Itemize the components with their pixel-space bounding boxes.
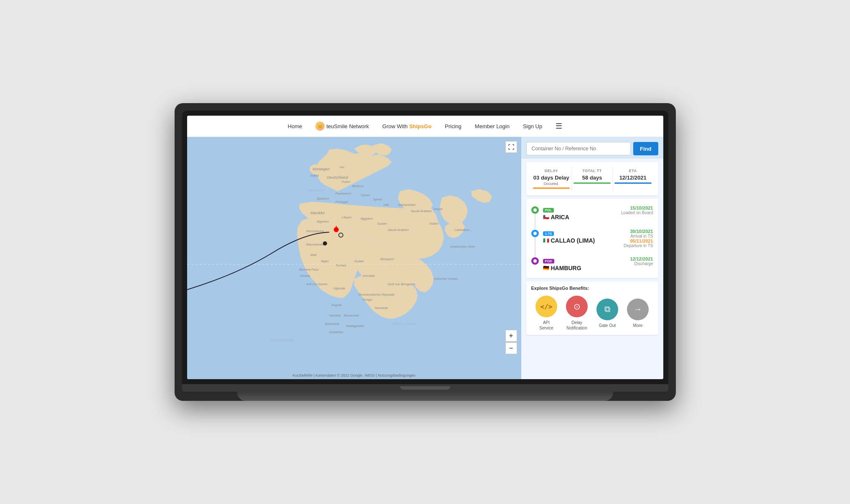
svg-text:Saudi-Arabien: Saudi-Arabien bbox=[388, 228, 409, 232]
svg-text:Norwegen: Norwegen bbox=[312, 167, 330, 171]
ts-flag: 🇮🇹 bbox=[543, 238, 549, 243]
ts-badge: 1.TS bbox=[543, 231, 554, 236]
svg-text:Lakkadive...: Lakkadive... bbox=[454, 228, 472, 232]
route-item-ts: 1.TS 🇮🇹 CALLAO (LIMA) 30/10/2021 Arrival… bbox=[531, 225, 653, 252]
svg-text:Südatlantik: Südatlantik bbox=[271, 337, 294, 342]
svg-text:Saudi-Arabien: Saudi-Arabien bbox=[411, 209, 432, 213]
svg-text:Kongo: Kongo bbox=[363, 298, 373, 301]
svg-text:Deutschland: Deutschland bbox=[327, 175, 348, 180]
svg-text:Syrien: Syrien bbox=[373, 198, 383, 201]
route-dot-pod bbox=[531, 257, 539, 265]
ts-status1: Arrival in TS bbox=[624, 234, 653, 238]
route-timeline: POL 🇨🇱 ARICA 15/10/2021 Loaded on Board bbox=[526, 199, 658, 278]
nav-pricing[interactable]: Pricing bbox=[445, 123, 462, 129]
find-button[interactable]: Find bbox=[633, 142, 658, 155]
pol-date1: 15/10/2021 bbox=[621, 205, 653, 210]
svg-text:Sudan: Sudan bbox=[377, 222, 387, 225]
svg-text:Libyen: Libyen bbox=[342, 215, 352, 219]
laptop-stand bbox=[237, 392, 613, 401]
zoom-in-button[interactable]: + bbox=[505, 330, 517, 342]
svg-text:Indien: Indien bbox=[429, 222, 439, 225]
explore-more[interactable]: → More bbox=[627, 299, 649, 328]
route-dot-pol bbox=[531, 206, 539, 214]
zoom-out-button[interactable]: − bbox=[505, 342, 517, 354]
delay-value: 03 days Delay bbox=[533, 175, 570, 181]
svg-text:Madagaskar: Madagaskar bbox=[346, 324, 364, 328]
explore-icons: </> APIService ⊙ DelayNotification bbox=[531, 296, 653, 331]
total-tt-bar bbox=[573, 182, 611, 184]
svg-text:Äthiopien: Äthiopien bbox=[380, 257, 394, 261]
explore-api[interactable]: </> APIService bbox=[535, 296, 557, 331]
navigation: Home 😊 teuSmile Network Grow With ShipsG… bbox=[187, 116, 663, 137]
route-info-pod: POD 🇩🇪 HAMBURG bbox=[543, 256, 630, 271]
eta-value: 12/12/2021 bbox=[614, 175, 652, 181]
svg-text:Indisch. Ozean: Indisch. Ozean bbox=[391, 322, 416, 326]
svg-text:Sambia: Sambia bbox=[329, 314, 341, 317]
route-item-pod: POD 🇩🇪 HAMBURG 12/12/2021 Discharge bbox=[531, 252, 653, 276]
nav-network[interactable]: 😊 teuSmile Network bbox=[315, 122, 369, 131]
svg-text:Tschad: Tschad bbox=[335, 263, 346, 267]
svg-text:Polen: Polen bbox=[342, 180, 350, 184]
pod-badge: POD bbox=[543, 259, 554, 263]
svg-text:Belarus: Belarus bbox=[352, 184, 363, 188]
ts-date2: 05/11/2021 bbox=[624, 238, 653, 243]
svg-text:Afghanistan: Afghanistan bbox=[398, 203, 416, 207]
hamburger-icon[interactable]: ☰ bbox=[556, 122, 562, 131]
eta-stat: ETA 12/12/2021 bbox=[613, 166, 653, 191]
svg-text:Westsahara: Westsahara bbox=[306, 229, 324, 233]
svg-text:Mali: Mali bbox=[310, 253, 317, 257]
svg-text:Nepal: Nepal bbox=[434, 207, 442, 211]
search-input[interactable] bbox=[526, 142, 631, 155]
map-container: Norwegen Fin Deutschland Irland Polen Be… bbox=[187, 137, 521, 379]
svg-text:Mauretanien: Mauretanien bbox=[306, 243, 325, 246]
pod-flag: 🇩🇪 bbox=[543, 265, 549, 271]
delay-bar bbox=[533, 187, 570, 189]
svg-text:Indischer Ozean: Indischer Ozean bbox=[434, 277, 458, 281]
svg-text:Angola: Angola bbox=[331, 303, 342, 307]
delay-notification-icon: ⊙ bbox=[573, 301, 581, 312]
nav-grow[interactable]: Grow With ShipsGo bbox=[382, 123, 431, 129]
delay-label-explore: DelayNotification bbox=[566, 320, 587, 331]
pol-city: 🇨🇱 ARICA bbox=[543, 214, 621, 220]
gate-out-icon: ⧉ bbox=[604, 304, 610, 314]
svg-text:Sudan: Sudan bbox=[354, 259, 364, 263]
svg-text:Golf von Guinea: Golf von Guinea bbox=[306, 283, 327, 286]
api-label: APIService bbox=[539, 320, 553, 331]
fullscreen-button[interactable] bbox=[505, 141, 517, 153]
svg-text:Ghana: Ghana bbox=[300, 274, 310, 278]
screen: Home 😊 teuSmile Network Grow With ShipsG… bbox=[187, 116, 663, 379]
nav-member-login[interactable]: Member Login bbox=[475, 123, 510, 129]
svg-text:Demokratische Republik: Demokratische Republik bbox=[358, 293, 395, 296]
api-icon: </> bbox=[540, 303, 553, 311]
svg-text:Irak: Irak bbox=[383, 203, 389, 207]
screen-bezel: Home 😊 teuSmile Network Grow With ShipsG… bbox=[182, 111, 668, 384]
right-panel: Find DELAY 03 days Delay Occured. TOTAL … bbox=[521, 137, 663, 379]
svg-text:Portugal: Portugal bbox=[335, 200, 348, 204]
svg-text:Arabisches Meer: Arabisches Meer bbox=[450, 245, 475, 248]
explore-title: Explore ShipsGo Benefits: bbox=[531, 286, 653, 291]
map-svg: Norwegen Fin Deutschland Irland Polen Be… bbox=[187, 137, 521, 379]
svg-text:Algerien: Algerien bbox=[316, 220, 329, 223]
total-tt-value: 58 days bbox=[573, 175, 611, 181]
svg-text:Türkei: Türkei bbox=[360, 193, 370, 197]
gateout-label: Gate Out bbox=[599, 323, 616, 328]
explore-gateout[interactable]: ⧉ Gate Out bbox=[596, 299, 618, 328]
pol-status1: Loaded on Board bbox=[621, 210, 653, 215]
svg-text:Südafrika: Südafrika bbox=[329, 330, 343, 334]
svg-text:Spanien: Spanien bbox=[317, 197, 329, 200]
ts-dates: 30/10/2021 Arrival in TS 05/11/2021 Depa… bbox=[624, 229, 653, 248]
eta-label: ETA bbox=[614, 169, 652, 173]
nav-signup[interactable]: Sign Up bbox=[523, 123, 542, 129]
ts-date1: 30/10/2021 bbox=[624, 229, 653, 234]
pod-status1: Discharge bbox=[630, 261, 653, 266]
svg-text:Mosambik: Mosambik bbox=[344, 314, 359, 317]
pol-flag: 🇨🇱 bbox=[543, 214, 549, 220]
explore-delay[interactable]: ⊙ DelayNotification bbox=[566, 296, 588, 331]
pol-badge: POL bbox=[543, 208, 554, 213]
svg-text:Somalia: Somalia bbox=[363, 274, 375, 278]
svg-text:Frankreich: Frankreich bbox=[335, 192, 351, 195]
svg-text:Irland: Irland bbox=[310, 174, 319, 177]
main-content: Norwegen Fin Deutschland Irland Polen Be… bbox=[187, 137, 663, 379]
more-label: More bbox=[633, 323, 643, 328]
nav-home[interactable]: Home bbox=[288, 123, 302, 129]
